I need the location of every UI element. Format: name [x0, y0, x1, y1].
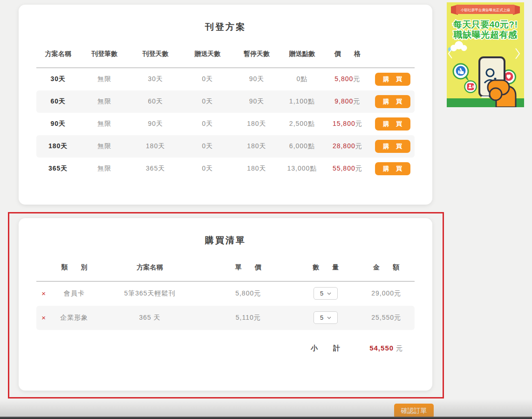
plan-name: 30天	[36, 68, 80, 90]
col-delete	[36, 263, 51, 282]
plan-pause-days: 90天	[233, 90, 280, 113]
bottom-strip	[0, 417, 532, 419]
plan-days: 30天	[129, 68, 182, 90]
delete-item-icon[interactable]: ×	[41, 289, 46, 297]
col-buy	[371, 50, 415, 68]
price-number: 15,800	[333, 120, 355, 127]
plan-bonus-days: 0天	[182, 158, 233, 180]
subtotal-label: 小 計	[293, 330, 358, 354]
chevron-down-icon	[327, 316, 331, 319]
plan-pause-days: 180天	[233, 135, 280, 158]
subtotal-number: 54,550	[369, 344, 394, 352]
price-unit: 元	[353, 75, 360, 82]
plans-table: 方案名稱 刊登筆數 刊登天數 贈送天數 暫停天數 贈送點數 價 格 30天 無限…	[36, 50, 415, 180]
col-unit-price: 單 價	[203, 263, 293, 282]
quantity-select[interactable]: 5	[314, 311, 338, 324]
buy-button[interactable]: 購 買	[375, 117, 410, 131]
quantity-select[interactable]: 5	[314, 287, 338, 300]
cart-category: 企業形象	[51, 306, 96, 330]
plan-price: 15,800元	[324, 113, 371, 135]
col-price: 價 格	[324, 50, 371, 68]
plan-days: 60天	[129, 90, 182, 113]
price-number: 28,800	[333, 142, 355, 150]
plan-name: 90天	[36, 113, 80, 135]
plan-row: 180天 無限 180天 0天 180天 6,000點 28,800元 購 買	[36, 135, 415, 158]
ribbon-banner: 小額社群平台廣告曝光正式上線	[451, 5, 520, 15]
price-unit: 元	[355, 120, 362, 127]
plan-pause-days: 180天	[233, 158, 280, 180]
cart-amount: 29,000元	[358, 282, 415, 306]
cart-row: × 企業形象 365 天 5,110元 5 25,550元	[36, 306, 415, 330]
price-unit: 元	[353, 97, 360, 105]
cart-unit-price: 5,110元	[203, 306, 293, 330]
plan-points: 6,000點	[280, 135, 324, 158]
plan-bonus-days: 0天	[182, 90, 233, 113]
plan-pause-days: 180天	[233, 113, 280, 135]
price-number: 55,800	[333, 165, 355, 172]
delete-item-icon[interactable]: ×	[41, 314, 46, 322]
ad-banner-illustration: 小額社群平台廣告曝光正式上線 每天只要40元?! 職缺曝光超有感	[447, 2, 524, 107]
cart-header-row: 類 別 方案名稱 單 價 數 量 金 額	[36, 263, 415, 282]
plan-bonus-days: 0天	[182, 135, 233, 158]
plan-days: 365天	[129, 158, 182, 180]
plan-count: 無限	[80, 68, 129, 90]
col-quantity: 數 量	[293, 263, 358, 282]
col-listing-count: 刊登筆數	[80, 50, 129, 68]
cart-unit-price: 5,800元	[203, 282, 293, 306]
headline-line2: 職缺曝光超有感	[453, 30, 518, 40]
plan-points: 13,000點	[280, 158, 324, 180]
plan-name: 60天	[36, 90, 80, 113]
footer-fade	[0, 399, 532, 417]
headline-line1: 每天只要40元?!	[453, 20, 518, 29]
plan-bonus-days: 0天	[182, 68, 233, 90]
notification-badge	[465, 81, 477, 93]
plan-price: 9,800元	[324, 90, 371, 113]
cart-row: × 會員卡 5筆365天輕鬆刊 5,800元 5 29,000元	[36, 282, 415, 306]
ad-banner[interactable]: 小額社群平台廣告曝光正式上線 每天只要40元?! 職缺曝光超有感	[447, 2, 524, 107]
col-bonus-days: 贈送天數	[182, 50, 233, 68]
plan-price: 5,800元	[324, 68, 371, 90]
subtotal-row: 小 計 54,550 元	[36, 330, 415, 354]
subtotal-amount: 54,550 元	[358, 330, 415, 354]
col-pause-days: 暫停天數	[233, 50, 280, 68]
person-icon	[469, 84, 471, 86]
cart-category: 會員卡	[51, 282, 96, 306]
quantity-value: 5	[320, 314, 324, 321]
plan-points: 1,100點	[280, 90, 324, 113]
chevron-down-icon	[327, 292, 331, 295]
plan-row: 365天 無限 365天 0天 180天 13,000點 55,800元 購 買	[36, 158, 415, 180]
plan-row: 30天 無限 30天 0天 90天 0點 5,800元 購 買	[36, 68, 415, 90]
plan-count: 無限	[80, 113, 129, 135]
cart-plan: 365 天	[97, 306, 203, 330]
quantity-value: 5	[320, 290, 324, 297]
plan-price: 55,800元	[324, 158, 371, 180]
col-plan-name: 方案名稱	[97, 263, 203, 282]
cart-card: 購買清單 類 別 方案名稱 單 價 數 量 金 額 × 會員	[19, 218, 432, 391]
buy-button[interactable]: 購 買	[375, 140, 410, 153]
buy-button[interactable]: 購 買	[375, 95, 410, 108]
cart-title: 購買清單	[19, 234, 432, 247]
cart-amount: 25,550元	[358, 306, 415, 330]
col-amount: 金 額	[358, 263, 415, 282]
price-number: 9,800	[334, 97, 353, 105]
plan-points: 2,500點	[280, 113, 324, 135]
plan-row: 90天 無限 90天 0天 180天 2,500點 15,800元 購 買	[36, 113, 415, 135]
price-number: 5,800	[334, 75, 353, 82]
page: 刊登方案 方案名稱 刊登筆數 刊登天數 贈送天數 暫停天數 贈送點數 價 格	[0, 0, 532, 419]
subtotal-unit: 元	[396, 344, 403, 352]
price-unit: 元	[355, 165, 362, 172]
plan-name: 365天	[36, 158, 80, 180]
buy-button[interactable]: 購 買	[375, 162, 410, 175]
plan-days: 90天	[129, 113, 182, 135]
col-category: 類 別	[51, 263, 96, 282]
confirm-order-button[interactable]: 確認訂單	[394, 404, 434, 418]
plan-count: 無限	[80, 158, 129, 180]
col-plan-name: 方案名稱	[36, 50, 80, 68]
buy-button[interactable]: 購 買	[375, 73, 410, 86]
plans-header-row: 方案名稱 刊登筆數 刊登天數 贈送天數 暫停天數 贈送點數 價 格	[36, 50, 415, 68]
plan-name: 180天	[36, 135, 80, 158]
col-bonus-points: 贈送點數	[280, 50, 324, 68]
plan-row: 60天 無限 60天 0天 90天 1,100點 9,800元 購 買	[36, 90, 415, 113]
plans-card: 刊登方案 方案名稱 刊登筆數 刊登天數 贈送天數 暫停天數 贈送點數 價 格	[19, 5, 432, 205]
ribbon-text: 小額社群平台廣告曝光正式上線	[461, 8, 511, 12]
